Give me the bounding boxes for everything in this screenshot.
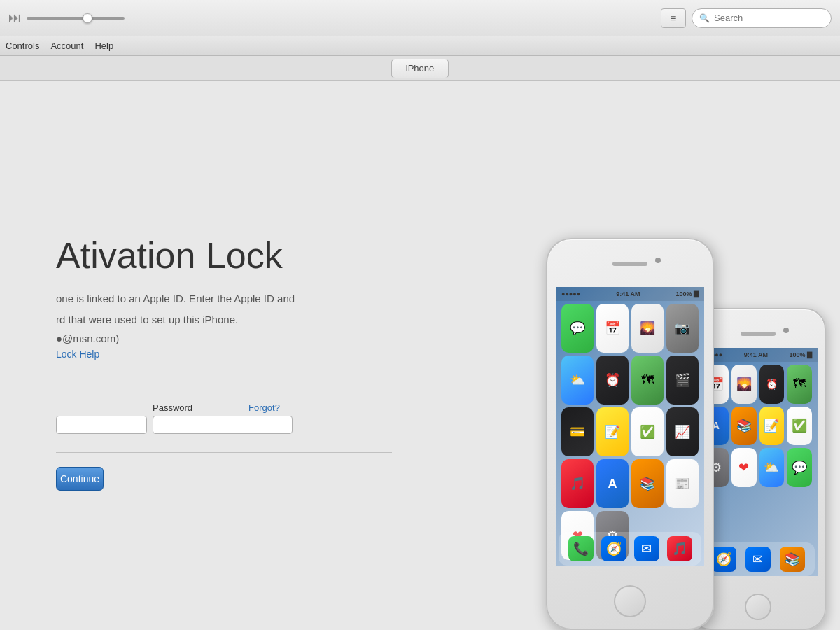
volume-slider[interactable] xyxy=(27,17,232,20)
lock-help-link[interactable]: Lock Help xyxy=(56,349,518,360)
right-panel: ●●●●● 9:41 AM 100% ▇ 📅 🌄 ⏰ xyxy=(518,81,840,630)
app-news-icon[interactable]: 📰 xyxy=(666,459,699,508)
tab-bar: iPhone xyxy=(0,56,840,81)
title-bar: ⏭ ≡ 🔍 xyxy=(0,0,840,36)
volume-thumb xyxy=(83,13,92,23)
phone-speaker-small xyxy=(741,332,776,336)
app-itunes-icon[interactable]: 🎵 xyxy=(561,459,594,508)
dock-safari[interactable]: 🧭 xyxy=(711,547,736,572)
form-divider-top xyxy=(56,381,392,382)
dock-safari-front[interactable]: 🧭 xyxy=(601,536,626,561)
dock-phone[interactable]: 📞 xyxy=(568,536,594,561)
app-reminders-icon[interactable]: ✅ xyxy=(631,407,664,456)
password-input[interactable] xyxy=(153,416,293,434)
dock-books[interactable]: 📚 xyxy=(780,547,805,572)
list-view-button[interactable]: ≡ xyxy=(661,8,686,28)
app-icon[interactable]: 📚 xyxy=(732,407,757,446)
skip-forward-icon: ⏭ xyxy=(8,10,21,25)
dock-front: 📞 🧭 ✉ 🎵 xyxy=(559,532,701,566)
left-panel: Ativation Lock one is linked to an Apple… xyxy=(0,81,518,630)
phone-body-front: ●●●●● 9:41 AM 100% ▇ 💬 📅 🌄 📷 ⛅ ⏰ 🗺 🎬 💳 xyxy=(546,238,714,630)
dock-music[interactable]: 🎵 xyxy=(667,536,692,561)
app-icon[interactable]: 🗺 xyxy=(787,365,812,404)
app-icon[interactable]: ⛅ xyxy=(760,448,785,487)
forgot-link[interactable]: Forgot? xyxy=(248,402,280,413)
app-grid-small: 📅 🌄 ⏰ 🗺 A xyxy=(701,362,815,573)
app-icon[interactable]: 📝 xyxy=(760,407,785,446)
title-bar-right: ≡ 🔍 xyxy=(661,8,832,28)
app-icon[interactable]: ❤ xyxy=(732,448,757,487)
list-icon: ≡ xyxy=(671,13,676,24)
app-messages-icon[interactable]: 💬 xyxy=(561,304,594,353)
main-content: Ativation Lock one is linked to an Apple… xyxy=(0,81,840,630)
status-bar-small: ●●●●● 9:41 AM 100% ▇ xyxy=(698,348,818,362)
title-bar-left: ⏭ xyxy=(8,10,232,25)
password-label: Password xyxy=(153,402,192,413)
app-stocks-icon[interactable]: 📈 xyxy=(666,407,699,456)
dock-mail[interactable]: ✉ xyxy=(746,547,771,572)
phone-camera-small xyxy=(783,328,789,333)
phone-screen-front: ●●●●● 9:41 AM 100% ▇ 💬 📅 🌄 📷 ⛅ ⏰ 🗺 🎬 💳 xyxy=(556,287,704,566)
iphone-tab[interactable]: iPhone xyxy=(391,59,449,78)
menu-bar: Controls Account Help xyxy=(0,36,840,56)
dock-mail-front[interactable]: ✉ xyxy=(634,536,659,561)
app-camera-icon[interactable]: 📷 xyxy=(666,304,699,353)
app-icon[interactable]: 💬 xyxy=(787,448,812,487)
app-videos-icon[interactable]: 🎬 xyxy=(666,356,699,405)
description-line2: rd that were used to set up this iPhone. xyxy=(56,312,406,328)
activation-lock-title: Ativation Lock xyxy=(56,234,518,276)
app-calendar-icon[interactable]: 📅 xyxy=(596,304,629,353)
dock-small: 🧭 ✉ 📚 xyxy=(701,542,815,576)
account-menu[interactable]: Account xyxy=(50,41,83,51)
phone-speaker-front xyxy=(612,262,648,266)
app-icon[interactable]: ✅ xyxy=(787,407,812,446)
controls-menu[interactable]: Controls xyxy=(6,41,39,51)
home-button-small[interactable] xyxy=(745,594,771,620)
skip-forward-button[interactable]: ⏭ xyxy=(8,10,21,25)
apple-id-input[interactable] xyxy=(56,416,147,434)
phone-screen-small: ●●●●● 9:41 AM 100% ▇ 📅 🌄 ⏰ xyxy=(698,348,818,576)
phone-camera-front xyxy=(655,258,661,263)
status-bar-front: ●●●●● 9:41 AM 100% ▇ xyxy=(556,287,704,301)
search-box[interactable]: 🔍 xyxy=(692,8,832,28)
search-input[interactable] xyxy=(714,13,824,23)
app-books-icon[interactable]: 📚 xyxy=(631,459,664,508)
app-photos-icon[interactable]: 🌄 xyxy=(631,304,664,353)
iphone-front-device: ●●●●● 9:41 AM 100% ▇ 💬 📅 🌄 📷 ⛅ ⏰ 🗺 🎬 💳 xyxy=(546,238,714,630)
app-grid-front: 💬 📅 🌄 📷 ⛅ ⏰ 🗺 🎬 💳 📝 ✅ 📈 🎵 xyxy=(559,301,701,563)
title-prefix: A xyxy=(56,235,80,276)
home-button-front[interactable] xyxy=(614,585,646,617)
app-icon[interactable]: ⏰ xyxy=(760,365,785,404)
description-line1: one is linked to an Apple ID. Enter the … xyxy=(56,290,406,307)
iphone-tab-label: iPhone xyxy=(406,63,434,74)
continue-label: Continue xyxy=(60,473,99,484)
form-divider-bottom xyxy=(56,452,392,453)
volume-track xyxy=(27,17,125,20)
app-clock-icon[interactable]: ⏰ xyxy=(596,356,629,405)
form-section: Password Forgot? xyxy=(56,402,518,441)
app-appstore-icon[interactable]: A xyxy=(596,459,629,508)
credentials-row xyxy=(56,416,518,434)
app-weather-icon[interactable]: ⛅ xyxy=(561,356,594,405)
app-wallet-icon[interactable]: 💳 xyxy=(561,407,594,456)
continue-button[interactable]: Continue xyxy=(56,467,104,491)
app-notes-icon[interactable]: 📝 xyxy=(596,407,629,456)
apple-id-hint: ●@msn.com) xyxy=(56,332,518,344)
app-icon[interactable]: 🌄 xyxy=(732,365,757,404)
search-icon: 🔍 xyxy=(699,13,710,23)
help-menu[interactable]: Help xyxy=(94,41,113,51)
app-maps-icon[interactable]: 🗺 xyxy=(631,356,664,405)
